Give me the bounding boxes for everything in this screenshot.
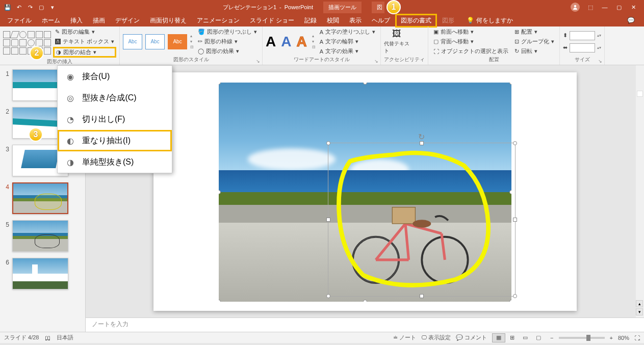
normal-view-icon[interactable]: ▦	[492, 333, 505, 342]
notes-toggle[interactable]: ≐ ノート	[393, 334, 416, 341]
text-outline-button[interactable]: A文字の輪郭 ▾	[318, 37, 377, 46]
tab-picture-format[interactable]: 図形	[437, 14, 459, 27]
group-label-shape-styles: 図形のスタイル	[123, 56, 259, 64]
size-launcher[interactable]: ↘	[598, 59, 603, 64]
alt-text-icon: 🖼	[392, 29, 401, 39]
prev-slide-icon[interactable]: ▴	[636, 300, 643, 307]
tab-insert[interactable]: 挿入	[65, 14, 88, 27]
tab-file[interactable]: ファイル	[2, 14, 37, 27]
group-label-wordart: ワードアートのスタイル	[266, 56, 377, 64]
height-icon: ⬍	[563, 32, 568, 39]
group-button[interactable]: ⊡グループ化 ▾	[512, 37, 556, 46]
zoom-out-icon[interactable]: −	[550, 335, 553, 341]
dropdown-combine[interactable]: ◎ 型抜き/合成(C)	[58, 87, 172, 109]
merge-shapes-button[interactable]: ◑図形の結合 ▾	[53, 47, 116, 58]
text-fill-button[interactable]: A文字の塗りつぶし ▾	[318, 28, 377, 36]
shape-gallery[interactable]	[3, 31, 51, 55]
subtract-icon: ◑	[65, 156, 76, 168]
share-icon[interactable]: 💬	[620, 17, 642, 24]
edit-shape-button[interactable]: ✎図形の編集 ▾	[53, 28, 116, 36]
user-avatar-icon[interactable]	[571, 3, 580, 12]
slide-thumb-4[interactable]: 4	[2, 182, 83, 214]
merge-shapes-dropdown: ◉ 接合(U) ◎ 型抜き/合成(C) ◔ 切り出し(F) ◐ 重なり抽出(I)…	[57, 65, 172, 173]
group-accessibility: 🖼 代替テキスト アクセシビリティ	[381, 26, 428, 65]
tab-draw[interactable]: 描画	[88, 14, 110, 27]
save-icon[interactable]: 💾	[4, 4, 11, 11]
slide-sorter-icon[interactable]: ⊞	[505, 333, 519, 342]
zoom-in-icon[interactable]: +	[610, 335, 613, 341]
rotation-handle-icon[interactable]: ↻	[418, 132, 425, 139]
notes-placeholder: ノートを入力	[92, 321, 128, 328]
spellcheck-icon[interactable]: 🕮	[45, 335, 50, 341]
tab-help[interactable]: ヘルプ	[367, 14, 395, 27]
zoom-level[interactable]: 80%	[618, 335, 629, 341]
redo-icon[interactable]: ↷	[27, 4, 34, 11]
tab-shape-format[interactable]: 図形の書式	[395, 14, 437, 28]
tab-view[interactable]: 表示	[344, 14, 367, 27]
dropdown-subtract[interactable]: ◑ 単純型抜き(S)	[58, 151, 172, 173]
shape-outline-button[interactable]: ✏図形の枠線 ▾	[196, 37, 259, 46]
text-effects-button[interactable]: A文字の効果 ▾	[318, 47, 377, 56]
slide-counter[interactable]: スライド 4/28	[4, 334, 39, 341]
collapse-ribbon-icon[interactable]: ⌃	[637, 338, 641, 344]
zoom-slider[interactable]	[559, 337, 605, 339]
display-settings-button[interactable]: 🖵 表示設定	[421, 334, 451, 341]
align-button[interactable]: ⊞配置 ▾	[512, 28, 556, 36]
width-input[interactable]: ⬌▴▾	[563, 43, 601, 52]
notes-pane[interactable]: ノートを入力	[86, 317, 644, 332]
shape-styles-launcher[interactable]: ↘	[256, 59, 261, 64]
shape-selection-box[interactable]: ↻	[328, 143, 516, 297]
height-input[interactable]: ⬍▴▾	[563, 31, 601, 40]
text-box-icon: 🅰	[55, 39, 61, 45]
annotation-1: 1	[387, 0, 401, 14]
slide-thumb-5[interactable]: 5	[2, 220, 83, 252]
tab-slideshow[interactable]: スライド ショー	[245, 14, 299, 27]
undo-icon[interactable]: ↶	[15, 4, 22, 11]
close-icon[interactable]: ✕	[630, 4, 637, 11]
reading-view-icon[interactable]: ▭	[519, 333, 532, 342]
minimize-icon[interactable]: —	[601, 4, 608, 11]
qat-dropdown-icon[interactable]: ▾	[49, 4, 56, 11]
dropdown-intersect[interactable]: ◐ 重なり抽出(I)	[58, 130, 172, 151]
send-backward-icon: ▢	[433, 38, 439, 45]
ribbon-tabs: ファイル ホーム 挿入 描画 デザイン 画面切り替え アニメーション スライド …	[0, 14, 644, 26]
tab-review[interactable]: 校閲	[322, 14, 344, 27]
dropdown-union[interactable]: ◉ 接合(U)	[58, 66, 172, 87]
selection-pane-button[interactable]: ⛶オブジェクトの選択と表示	[431, 47, 510, 56]
shape-style-gallery[interactable]: Abc Abc Abc ▴▾⊟	[123, 34, 194, 49]
wordart-gallery[interactable]: A A A ▴▾⊟	[266, 34, 316, 50]
slide-canvas[interactable]: ↻ ↻	[153, 72, 577, 311]
tab-design[interactable]: デザイン	[110, 14, 145, 27]
send-backward-button[interactable]: ▢背面へ移動 ▾	[431, 37, 510, 46]
ribbon-display-icon[interactable]: ⬚	[587, 4, 594, 11]
slideshow-view-icon[interactable]: ▢	[532, 333, 545, 342]
drawing-tools-tab[interactable]: 描画ツール	[323, 2, 362, 13]
tab-home[interactable]: ホーム	[37, 14, 65, 27]
bring-forward-button[interactable]: ▣前面へ移動 ▾	[431, 28, 510, 36]
maximize-icon[interactable]: ▢	[615, 4, 623, 11]
shape-effects-button[interactable]: ◯図形の効果 ▾	[196, 47, 259, 56]
start-from-beginning-icon[interactable]: ▢	[38, 4, 45, 11]
intersect-icon: ◐	[65, 135, 76, 146]
view-buttons: ▦ ⊞ ▭ ▢	[492, 333, 545, 342]
next-slide-icon[interactable]: ▾	[636, 308, 643, 315]
comments-button[interactable]: 💬 コメント	[456, 334, 487, 341]
tab-transitions[interactable]: 画面切り替え	[145, 14, 192, 27]
shape-fill-button[interactable]: 🪣図形の塗りつぶし ▾	[196, 28, 259, 36]
rotate-button[interactable]: ↻回転 ▾	[512, 47, 556, 56]
slide-thumb-6[interactable]: 6	[2, 258, 83, 289]
picture-tools-tab[interactable]: 図	[372, 2, 384, 13]
alt-text-button[interactable]: 🖼 代替テキスト	[384, 29, 409, 55]
vertical-scrollbar[interactable]: ▴ ▾	[636, 65, 644, 317]
tab-record[interactable]: 記録	[299, 14, 322, 27]
combine-icon: ◎	[65, 92, 76, 103]
text-box-button[interactable]: 🅰テキスト ボックス ▾	[53, 37, 116, 46]
wordart-launcher[interactable]: ↘	[374, 59, 379, 64]
titlebar: 💾 ↶ ↷ ▢ ▾ プレゼンテーション1 - PowerPoint 描画ツール …	[0, 0, 644, 14]
text-effects-icon: A	[320, 48, 323, 55]
edit-shape-icon: ✎	[55, 29, 60, 35]
dropdown-fragment[interactable]: ◔ 切り出し(F)	[58, 109, 172, 130]
tab-animations[interactable]: アニメーション	[192, 14, 245, 27]
tell-me-search[interactable]: 💡 何をしますか	[467, 16, 513, 25]
language-indicator[interactable]: 日本語	[57, 334, 73, 341]
